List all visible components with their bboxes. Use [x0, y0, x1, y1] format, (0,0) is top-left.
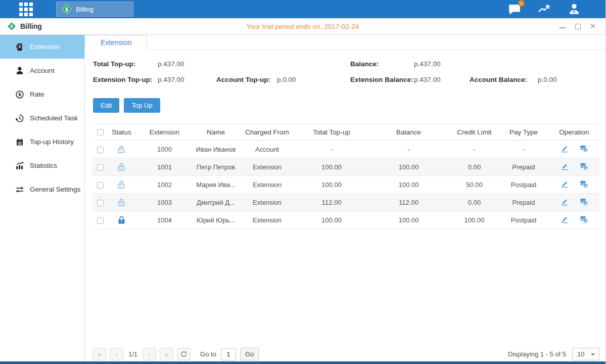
row-balance: 112.00	[367, 194, 450, 211]
billing-diamond-icon: $	[62, 4, 72, 14]
edit-pencil-icon[interactable]	[560, 162, 569, 171]
window-titlebar: $ Billing Your trial period ends on: 201…	[0, 18, 605, 35]
row-name: Петр Петров	[194, 158, 238, 176]
messages-icon[interactable]: !	[507, 3, 523, 16]
topup-coins-icon[interactable]: $	[579, 179, 588, 189]
column-header-extension: Extension	[135, 124, 194, 141]
first-page-button[interactable]: «	[92, 348, 106, 360]
row-extension: 1002	[135, 176, 194, 194]
row-pay-type: Postpaid	[498, 176, 549, 194]
row-balance: 100.00	[367, 176, 450, 194]
account-topup-label: Account Top-up:	[216, 76, 277, 83]
row-credit-limit: 0.00	[450, 158, 498, 176]
row-checkbox[interactable]	[97, 217, 104, 224]
svg-text:$: $	[584, 219, 586, 223]
statistics-icon	[15, 161, 24, 170]
topup-coins-icon[interactable]: $	[579, 144, 588, 153]
sidebar-item-label: Extension	[30, 43, 60, 51]
row-name: Мария Ива...	[194, 176, 238, 194]
row-total-topup: -	[296, 141, 367, 158]
svg-text:$: $	[18, 92, 22, 97]
row-name: Иван Иванов	[194, 141, 238, 158]
row-checkbox[interactable]	[97, 200, 104, 206]
chevron-down-icon	[591, 353, 595, 356]
sidebar: Extension Account $ Rate Scheduled Task …	[0, 35, 85, 364]
table-row[interactable]: 1000 Иван Иванов Account - - - - $	[92, 141, 599, 158]
row-extension: 1004	[135, 211, 194, 229]
row-extension: 1000	[135, 141, 194, 158]
sidebar-item-label: Account	[30, 67, 55, 74]
account-topup-value: p.0.00	[277, 76, 350, 83]
column-header-name: Name	[194, 124, 238, 141]
topup-coins-icon[interactable]: $	[579, 197, 588, 206]
maximize-button[interactable]	[574, 23, 581, 30]
sidebar-item-label: Statistics	[30, 162, 57, 169]
table-row[interactable]: 1004 Юрий Юрь... Extension 100.00 100.00…	[92, 211, 599, 229]
row-balance: -	[367, 141, 450, 158]
resource-monitor-icon[interactable]	[537, 3, 552, 16]
lock-open-icon	[108, 180, 135, 190]
edit-pencil-icon[interactable]	[560, 179, 569, 189]
table-header-row: StatusExtensionNameCharged FromTotal Top…	[92, 124, 599, 141]
edit-pencil-icon[interactable]	[560, 215, 569, 224]
table-row[interactable]: 1002 Мария Ива... Extension 100.00 100.0…	[92, 176, 599, 194]
next-page-button[interactable]: ›	[143, 348, 156, 360]
page-size-select[interactable]: 10	[572, 348, 599, 360]
edit-button[interactable]: Edit	[93, 98, 119, 113]
select-all-checkbox[interactable]	[97, 129, 104, 135]
extension-topup-value: p.437.00	[158, 76, 216, 83]
edit-pencil-icon[interactable]	[560, 197, 569, 206]
app-tab-billing[interactable]: $ Billing	[56, 2, 133, 17]
refresh-icon[interactable]	[177, 348, 191, 360]
row-extension: 1003	[135, 194, 194, 211]
sidebar-item-account[interactable]: Account	[0, 59, 84, 82]
user-account-icon[interactable]	[567, 3, 582, 16]
apps-grid-icon[interactable]	[19, 3, 33, 16]
row-charged-from: Extension	[238, 194, 296, 211]
tab-strip: Extension	[85, 35, 605, 50]
row-total-topup: 100.00	[296, 211, 367, 229]
row-checkbox[interactable]	[97, 164, 104, 171]
row-name: Дмитрий Д...	[194, 194, 238, 211]
prev-page-button[interactable]: ‹	[110, 348, 123, 360]
sidebar-item-general-settings[interactable]: General Settings	[0, 177, 84, 201]
sidebar-item-statistics[interactable]: Statistics	[0, 154, 84, 177]
lock-open-icon	[108, 198, 135, 207]
sidebar-item-extension[interactable]: Extension	[0, 35, 84, 59]
edit-pencil-icon[interactable]	[560, 144, 569, 153]
balance-label: Balance:	[350, 60, 414, 68]
go-button[interactable]: Go	[240, 348, 259, 360]
row-credit-limit: -	[450, 141, 498, 158]
last-page-button[interactable]: »	[160, 348, 173, 360]
svg-text:$: $	[584, 201, 586, 205]
column-header-credit-limit: Credit Limit	[450, 124, 498, 141]
tab-extension[interactable]: Extension	[85, 35, 147, 50]
goto-page-input[interactable]	[221, 348, 236, 360]
total-topup-label: Total Top-up:	[93, 60, 158, 68]
close-button[interactable]: ✕	[589, 23, 596, 30]
topbar: $ Billing !	[0, 0, 605, 18]
account-icon	[15, 66, 24, 75]
row-balance: 100.00	[367, 158, 450, 176]
account-balance-value: p.0.00	[538, 76, 605, 83]
row-checkbox[interactable]	[97, 147, 104, 153]
lock-open-icon	[108, 162, 135, 172]
sidebar-item-rate[interactable]: $ Rate	[0, 82, 84, 106]
column-header-operation: Operation	[549, 124, 599, 141]
table-row[interactable]: 1003 Дмитрий Д... Extension 112.00 112.0…	[92, 194, 599, 211]
row-pay-type: Prepaid	[498, 158, 549, 176]
sidebar-item-label: Top-up History	[30, 138, 74, 146]
table-row[interactable]: 1001 Петр Петров Extension 100.00 100.00…	[92, 158, 599, 176]
sidebar-item-top-up-history[interactable]: Top-up History	[0, 130, 84, 154]
column-header-total-top-up: Total Top-up	[296, 124, 367, 141]
column-header-pay-type: Pay Type	[498, 124, 549, 141]
minimize-button[interactable]	[559, 23, 566, 30]
row-checkbox[interactable]	[97, 182, 104, 189]
top-up-button[interactable]: Top Up	[124, 98, 160, 113]
sidebar-item-scheduled-task[interactable]: Scheduled Task	[0, 106, 84, 130]
topup-coins-icon[interactable]: $	[579, 162, 588, 171]
row-credit-limit: 100.00	[450, 211, 498, 229]
topup-coins-icon[interactable]: $	[579, 215, 588, 224]
row-extension: 1001	[135, 158, 194, 176]
sidebar-item-label: General Settings	[30, 186, 81, 193]
